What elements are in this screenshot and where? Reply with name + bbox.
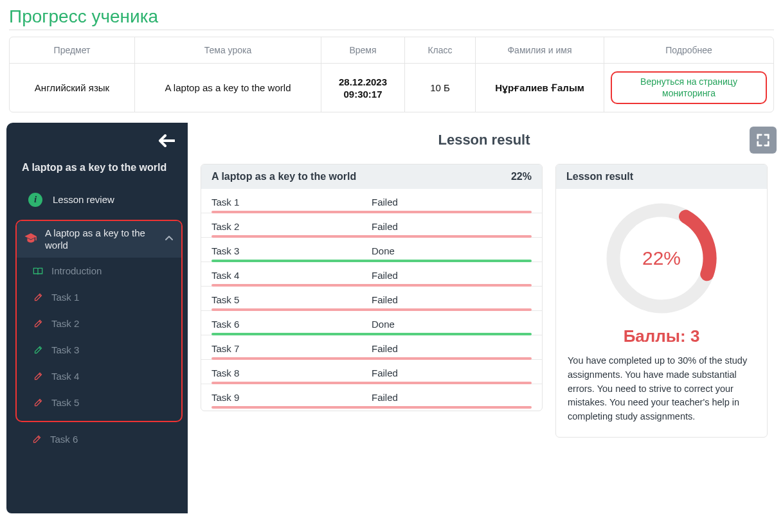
sidebar-top: [6, 123, 188, 161]
col-subject: Предмет: [10, 37, 135, 64]
book-icon: [32, 267, 44, 276]
tasks-panel-title: A laptop as a key to the world: [212, 171, 356, 182]
return-to-monitoring-button[interactable]: Вернуться на страницу мониторинга: [611, 71, 767, 104]
sidebar-nav-extra: Task 6: [15, 426, 188, 452]
sidebar-item-label: Task 2: [51, 318, 79, 329]
task-row: Task 9Failed: [201, 384, 542, 408]
col-name: Фамилия и имя: [476, 37, 604, 64]
sidebar-item-lesson-review[interactable]: i Lesson review: [6, 186, 188, 220]
edit-icon: [32, 292, 44, 302]
task-status: Failed: [372, 392, 532, 403]
edit-icon: [31, 434, 42, 444]
task-row: Task 6Done: [201, 311, 542, 335]
val-time: 28.12.2023 09:30:17: [321, 64, 405, 112]
info-icon: i: [28, 193, 42, 207]
sidebar-item-task-3[interactable]: Task 3: [17, 337, 181, 363]
col-more: Подробнее: [604, 37, 773, 64]
val-subject: Английский язык: [10, 64, 135, 112]
task-name: Task 8: [212, 368, 372, 378]
page-title: Прогресс ученика: [9, 6, 774, 30]
tasks-panel: A laptop as a key to the world 22% Task …: [201, 164, 543, 411]
content: Lesson result A laptop as a key to the w…: [192, 123, 777, 513]
sidebar-item-label: Task 3: [51, 344, 79, 355]
task-name: Task 3: [212, 245, 372, 256]
tasks-panel-header: A laptop as a key to the world 22%: [201, 164, 542, 189]
task-status: Failed: [372, 343, 532, 354]
col-class: Класс: [405, 37, 476, 64]
sidebar-nav-list: IntroductionTask 1Task 2Task 3Task 4Task…: [17, 258, 181, 416]
task-status: Done: [372, 319, 532, 330]
col-topic: Тема урока: [135, 37, 321, 64]
task-name: Task 9: [212, 392, 372, 403]
sidebar: A laptop as a key to the world i Lesson …: [6, 123, 188, 513]
sidebar-item-task-5[interactable]: Task 5: [17, 389, 181, 416]
task-row: Task 7Failed: [201, 335, 542, 360]
sidebar-item-label: Task 4: [51, 371, 79, 382]
task-name: Task 5: [212, 294, 372, 305]
graduation-cap-icon: [24, 233, 37, 245]
sidebar-item-label: Task 6: [50, 434, 78, 445]
task-name: Task 7: [212, 343, 372, 354]
back-arrow-icon[interactable]: [158, 134, 175, 150]
task-status: Done: [372, 245, 532, 256]
val-more: Вернуться на страницу мониторинга: [604, 64, 773, 112]
edit-icon: [32, 319, 44, 328]
summary-body: 22% Баллы: 3 You have completed up to 30…: [556, 189, 767, 437]
task-row: Task 1Failed: [201, 189, 542, 213]
sidebar-item-task-1[interactable]: Task 1: [17, 284, 181, 310]
progress-info-table: Предмет Тема урока Время Класс Фамилия и…: [9, 37, 774, 112]
task-status: Failed: [372, 197, 532, 208]
panels: A laptop as a key to the world 22% Task …: [192, 164, 777, 438]
task-status: Failed: [372, 294, 532, 305]
val-topic: A laptop as a key to the world: [135, 64, 321, 112]
progress-ring: 22%: [568, 200, 755, 316]
val-time-date: 28.12.2023: [339, 76, 387, 87]
task-name: Task 6: [212, 319, 372, 330]
edit-icon: [32, 371, 44, 381]
task-status: Failed: [372, 368, 532, 378]
task-row: Task 2Failed: [201, 213, 542, 238]
task-name: Task 4: [212, 270, 372, 281]
edit-icon: [32, 345, 44, 355]
task-name: Task 1: [212, 197, 372, 208]
task-row: Task 4Failed: [201, 262, 542, 287]
fullscreen-button[interactable]: [750, 127, 777, 154]
progress-ring-percent: 22%: [604, 200, 719, 316]
task-name: Task 2: [212, 221, 372, 232]
sidebar-group-title: A laptop as a key to the world: [45, 227, 157, 252]
summary-text: You have completed up to 30% of the stud…: [568, 354, 755, 424]
summary-panel: Lesson result 22% Баллы: 3 You have: [555, 164, 768, 438]
sidebar-item-task-4[interactable]: Task 4: [17, 363, 181, 389]
sidebar-item-label: Task 5: [51, 397, 79, 408]
val-time-clock: 09:30:17: [343, 89, 382, 100]
val-class: 10 Б: [405, 64, 476, 112]
summary-panel-header: Lesson result: [556, 164, 767, 189]
task-row: Task 5Failed: [201, 287, 542, 311]
edit-icon: [32, 398, 44, 407]
task-status: Failed: [372, 221, 532, 232]
sidebar-item-task-2[interactable]: Task 2: [17, 310, 181, 337]
task-row: Task 3Done: [201, 238, 542, 262]
sidebar-group-header[interactable]: A laptop as a key to the world: [17, 221, 181, 258]
content-heading: Lesson result: [192, 123, 777, 164]
task-progress-bar: [212, 406, 532, 409]
sidebar-item-label: Introduction: [51, 265, 102, 276]
col-time: Время: [321, 37, 405, 64]
task-row: Task 8Failed: [201, 360, 542, 384]
score-label: Баллы: 3: [568, 326, 755, 346]
tasks-panel-percent: 22%: [511, 171, 532, 182]
workspace: A laptop as a key to the world i Lesson …: [6, 123, 777, 513]
val-name: Нұрғалиев Ғалым: [476, 64, 604, 112]
sidebar-item-label: Task 1: [51, 292, 79, 303]
lesson-review-label: Lesson review: [53, 194, 114, 205]
chevron-up-icon: [165, 234, 174, 245]
sidebar-group: A laptop as a key to the world Introduct…: [15, 220, 183, 423]
sidebar-item-task-6[interactable]: Task 6: [15, 426, 188, 452]
task-status: Failed: [372, 270, 532, 281]
sidebar-title: A laptop as a key to the world: [6, 161, 188, 186]
sidebar-item-introduction[interactable]: Introduction: [17, 258, 181, 284]
summary-panel-title: Lesson result: [566, 171, 633, 182]
task-list: Task 1FailedTask 2FailedTask 3DoneTask 4…: [201, 189, 542, 411]
